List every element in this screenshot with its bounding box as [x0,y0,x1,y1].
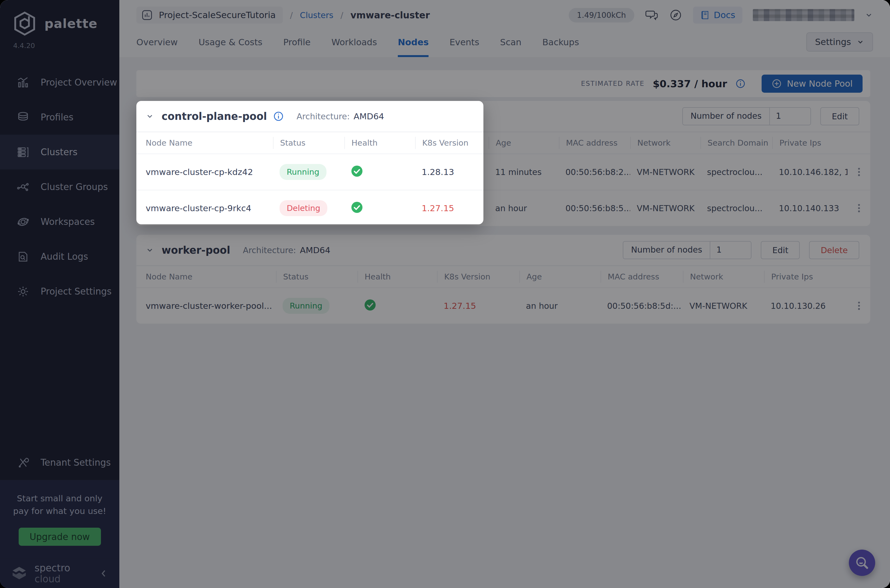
breadcrumb-clusters-link[interactable]: Clusters [300,10,333,20]
info-icon[interactable] [735,78,746,89]
node-private-ips: 10.10.146.182, 1... [772,167,848,177]
node-age: an hour [519,301,600,311]
app-version: 4.4.20 [0,38,119,50]
tab-profile[interactable]: Profile [283,37,311,57]
upgrade-text: Start small and only pay for what you us… [9,492,110,517]
estimated-rate-label: ESTIMATED RATE [581,80,644,87]
k8s-version: 1.27.15 [437,301,519,311]
edit-pool-button[interactable]: Edit [761,241,800,259]
settings-button[interactable]: Settings [806,32,873,51]
server-stack-icon [17,146,30,159]
tab-nodes[interactable]: Nodes [398,37,429,57]
upgrade-now-button[interactable]: Upgrade now [19,528,101,546]
row-menu-icon[interactable] [854,166,864,177]
breadcrumb-separator: / [341,10,343,20]
health-check-icon [351,165,363,177]
sidebar-item-label: Audit Logs [41,251,88,262]
chevron-down-icon[interactable] [865,11,873,19]
tab-overview[interactable]: Overview [137,37,178,57]
table-row: vmware-cluster-cp-kdz42 Running 1.28.13 … [137,154,870,190]
col-health: Health [357,271,437,283]
info-icon[interactable] [273,111,284,122]
node-name: vmware-cluster-cp-9rkc4 [137,203,273,213]
number-of-nodes-label: Number of nodes [623,242,710,259]
tab-usage-costs[interactable]: Usage & Costs [199,37,263,57]
collapse-sidebar-icon[interactable] [99,568,109,578]
number-of-nodes-widget: Number of nodes 1 [623,241,752,259]
project-selector[interactable]: Project-ScaleSecureTutoria [137,7,283,24]
sidebar-item-label: Project Settings [41,286,112,297]
health-check-icon [364,299,376,311]
sidebar-item-project-settings[interactable]: Project Settings [0,274,119,309]
new-node-pool-button[interactable]: New Node Pool [762,75,863,93]
table-row: vmware-cluster-cp-9rkc4 Deleting 1.27.15… [137,190,870,226]
rate-toolbar: ESTIMATED RATE $0.337 / hour New Node Po… [137,70,870,97]
estimated-rate-value: $0.337 / hour [653,78,727,89]
row-menu-icon[interactable] [854,300,864,311]
architecture-label: Architecture: [243,246,296,255]
sidebar-item-label: Tenant Settings [41,457,111,468]
sidebar-item-tenant-settings[interactable]: Tenant Settings [0,445,119,480]
breadcrumb-separator: / [290,10,293,20]
col-age: Age [519,271,600,283]
network-nodes-icon [17,180,30,194]
number-of-nodes-value[interactable]: 1 [710,242,751,259]
sidebar-spacer [0,309,119,445]
node-name: vmware-cluster-cp-kdz42 [137,167,273,177]
sidebar-item-label: Workspaces [41,216,95,227]
col-node-name: Node Name [137,137,273,149]
new-node-pool-label: New Node Pool [787,78,853,89]
gear-icon [17,285,30,298]
health-check-icon [351,201,363,213]
col-k8s-version: K8s Version [415,137,489,149]
chevron-down-icon [857,38,864,46]
sidebar-item-label: Profiles [41,112,74,123]
number-of-nodes-widget: Number of nodes 1 [682,107,811,125]
tab-backups[interactable]: Backups [542,37,579,57]
node-network: VM-NETWORK [683,301,764,311]
node-age: an hour [489,204,559,213]
app-window: palette 4.4.20 Project Overview Profiles [0,0,890,588]
worker-pool-header: worker-pool Architecture: AMD64 Number o… [137,235,870,266]
sidebar-footer: spectro cloud [0,558,119,588]
usage-badge: 1.49/100kCh [569,8,634,22]
nodes-content: ESTIMATED RATE $0.337 / hour New Node Po… [119,57,890,588]
worker-pool-card: worker-pool Architecture: AMD64 Number o… [137,235,870,324]
node-search-domain: spectroclou... [701,204,772,213]
control-pool-table-header: Node Name Status Health K8s Version Age … [137,132,870,154]
row-menu-icon[interactable] [854,202,864,214]
compass-icon[interactable] [669,8,683,22]
upgrade-panel: Start small and only pay for what you us… [0,480,119,558]
tab-scan[interactable]: Scan [500,37,522,57]
sidebar-item-profiles[interactable]: Profiles [0,100,119,135]
chevron-down-icon[interactable] [146,112,154,120]
chat-icon[interactable] [645,8,659,22]
col-private-ips: Private Ips [772,137,848,149]
sidebar-nav: Project Overview Profiles Cluste [0,65,119,309]
sidebar-item-label: Project Overview [41,77,117,88]
plus-circle-icon [771,78,782,89]
control-pool-header: control-plane-pool Architecture: AMD64 N… [137,101,870,132]
node-age: 11 minutes [489,167,559,177]
node-private-ips: 10.10.130.26 [764,301,848,311]
sidebar-item-cluster-groups[interactable]: Cluster Groups [0,170,119,204]
palette-logo-icon [12,11,37,36]
docs-button[interactable]: Docs [693,7,742,24]
tab-workloads[interactable]: Workloads [332,37,377,57]
col-network: Network [630,137,701,149]
sidebar-item-workspaces[interactable]: Workspaces [0,204,119,239]
user-name-redacted[interactable] [753,9,854,21]
tools-icon [17,456,30,469]
col-mac: MAC address [559,137,630,149]
number-of-nodes-value[interactable]: 1 [769,108,810,125]
edit-pool-button[interactable]: Edit [820,107,859,125]
search-help-fab[interactable] [849,550,875,576]
delete-pool-button[interactable]: Delete [809,241,859,259]
docs-label: Docs [714,10,735,20]
breadcrumb: Project-ScaleSecureTutoria / Clusters / … [137,6,873,24]
sidebar-item-clusters[interactable]: Clusters [0,135,119,170]
sidebar-item-project-overview[interactable]: Project Overview [0,65,119,100]
sidebar-item-audit-logs[interactable]: Audit Logs [0,239,119,274]
tab-events[interactable]: Events [449,37,479,57]
chevron-down-icon[interactable] [146,246,154,254]
